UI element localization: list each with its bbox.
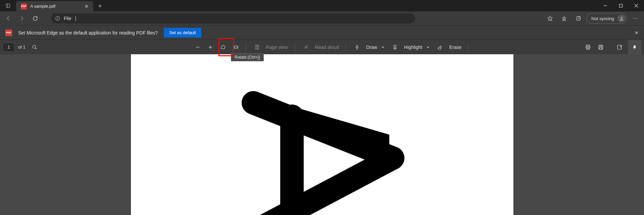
window-minimize-button[interactable]	[598, 0, 613, 11]
svg-point-18	[621, 17, 622, 18]
pdf-toolbar: of 1 Page view Read aloud Draw Highlight	[0, 40, 644, 54]
set-default-button[interactable]: Set as default	[164, 28, 201, 38]
page-view-button[interactable]: Page view	[249, 42, 291, 53]
profile-sync-button[interactable]: Not syncing	[586, 13, 627, 24]
page-total-label: of 1	[18, 45, 26, 50]
save-as-button[interactable]	[613, 42, 626, 53]
pdf-favicon: PDF	[21, 3, 27, 9]
pin-toolbar-button[interactable]	[628, 40, 641, 55]
print-button[interactable]	[582, 42, 594, 53]
sync-label: Not syncing	[591, 16, 614, 21]
rotate-tooltip: Rotate (Ctrl+])	[231, 53, 264, 61]
banner-text: Set Microsoft Edge as the default applic…	[18, 30, 158, 35]
save-button[interactable]	[594, 42, 607, 53]
svg-line-34	[440, 46, 442, 47]
read-aloud-label: Read aloud	[313, 45, 341, 50]
back-button[interactable]	[3, 13, 14, 24]
collections-icon[interactable]	[572, 12, 584, 24]
forward-button[interactable]	[16, 13, 28, 24]
svg-rect-39	[600, 45, 602, 47]
page-number-input[interactable]	[3, 43, 15, 52]
read-aloud-icon	[300, 42, 312, 53]
address-bar: File Not syncing	[0, 11, 644, 25]
profile-avatar-icon	[617, 14, 626, 22]
banner-close-button[interactable]: ✕	[635, 30, 639, 35]
svg-point-8	[58, 17, 58, 18]
svg-point-21	[637, 18, 637, 19]
favorite-star-icon[interactable]	[544, 12, 556, 24]
read-aloud-button[interactable]: Read aloud	[298, 42, 343, 53]
address-field[interactable]: File	[51, 13, 415, 23]
highlight-label: Highlight	[402, 45, 424, 50]
tab-title: A sample.pdf	[30, 4, 81, 9]
page-content-glyph	[235, 91, 409, 215]
address-text: File	[64, 16, 71, 21]
tab-actions-button[interactable]	[0, 0, 16, 11]
svg-rect-40	[599, 47, 602, 49]
text-cursor	[76, 16, 76, 21]
highlight-button[interactable]: Highlight	[387, 42, 432, 53]
favorites-list-icon[interactable]	[558, 12, 570, 24]
pdf-badge-icon: PDF	[5, 29, 12, 36]
page-view-label: Page view	[264, 45, 290, 50]
svg-line-23	[35, 48, 37, 49]
svg-point-20	[635, 18, 636, 19]
svg-rect-29	[257, 45, 259, 49]
zoom-in-button[interactable]	[204, 42, 217, 53]
tab-close-button[interactable]: ✕	[85, 4, 89, 9]
more-menu-button[interactable]	[629, 12, 641, 24]
highlight-chevron-icon[interactable]	[425, 46, 431, 49]
pdf-page	[131, 54, 513, 215]
browser-tab[interactable]: PDF A sample.pdf ✕	[16, 1, 93, 11]
erase-icon	[434, 42, 446, 53]
refresh-button[interactable]	[30, 13, 41, 24]
highlight-icon	[389, 42, 401, 53]
svg-line-44	[253, 158, 393, 215]
zoom-out-button[interactable]	[191, 42, 204, 53]
info-icon	[55, 16, 60, 21]
draw-label: Draw	[364, 45, 379, 50]
svg-marker-12	[562, 16, 566, 20]
svg-rect-28	[255, 45, 257, 49]
window-maximize-button[interactable]	[613, 0, 629, 11]
find-icon[interactable]	[28, 42, 41, 53]
draw-icon	[351, 42, 363, 53]
svg-point-22	[33, 45, 36, 48]
pdf-viewer[interactable]	[0, 54, 644, 215]
svg-rect-0	[6, 4, 10, 8]
draw-button[interactable]: Draw	[349, 42, 387, 53]
rotate-button[interactable]	[217, 42, 230, 53]
fit-width-button[interactable]	[230, 42, 242, 53]
page-view-icon	[251, 42, 263, 53]
svg-point-19	[633, 18, 634, 19]
svg-rect-3	[620, 4, 623, 7]
default-app-banner: PDF Set Microsoft Edge as the default ap…	[0, 25, 644, 40]
window-close-button[interactable]	[629, 0, 644, 11]
new-tab-button[interactable]: ＋	[93, 0, 107, 11]
svg-rect-37	[587, 48, 589, 49]
window-titlebar: PDF A sample.pdf ✕ ＋	[0, 0, 644, 11]
draw-chevron-icon[interactable]	[380, 46, 386, 49]
erase-label: Erase	[447, 45, 463, 50]
erase-button[interactable]: Erase	[432, 42, 465, 53]
